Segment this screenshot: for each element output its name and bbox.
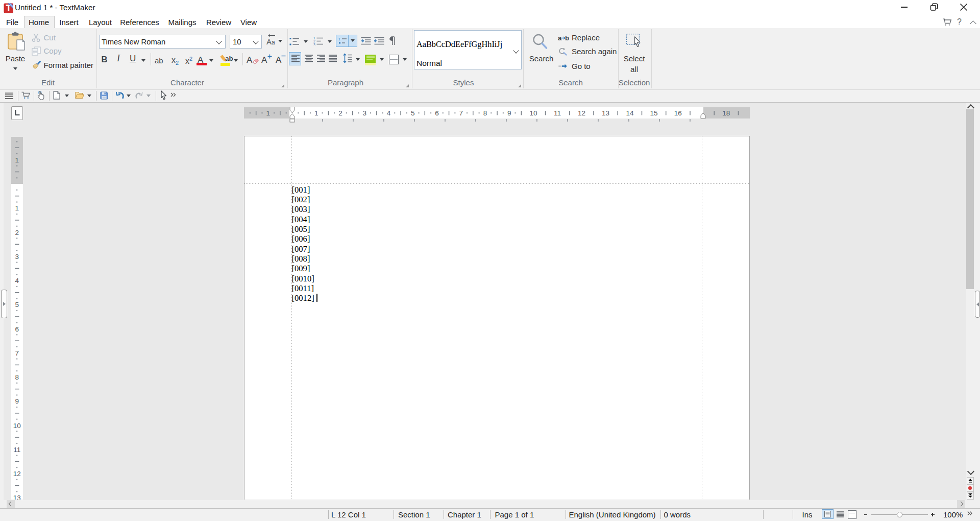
svg-text:12: 12	[577, 109, 585, 117]
svg-text:11: 11	[554, 109, 561, 117]
svg-text:1: 1	[338, 37, 340, 40]
svg-text:12: 12	[13, 470, 21, 478]
svg-text:7: 7	[459, 109, 463, 117]
svg-text:4: 4	[386, 109, 390, 117]
svg-text:14: 14	[626, 109, 634, 117]
svg-text:3: 3	[15, 252, 19, 260]
svg-text:9: 9	[15, 397, 19, 405]
svg-text:11: 11	[13, 445, 20, 453]
svg-text:13: 13	[602, 109, 609, 117]
svg-text:4: 4	[15, 277, 19, 285]
svg-text:10: 10	[529, 109, 537, 117]
svg-text:9: 9	[507, 109, 511, 117]
svg-text:16: 16	[674, 109, 681, 117]
svg-text:13: 13	[13, 494, 21, 500]
svg-text:6: 6	[15, 325, 19, 333]
svg-text:10: 10	[13, 421, 21, 429]
svg-text:5: 5	[15, 301, 19, 309]
svg-text:3: 3	[362, 109, 366, 117]
svg-text:2: 2	[15, 228, 19, 236]
svg-text:7: 7	[15, 349, 19, 357]
svg-text:2: 2	[338, 109, 342, 117]
svg-text:18: 18	[722, 109, 730, 117]
svg-text:5: 5	[410, 109, 414, 117]
svg-text:1: 1	[314, 109, 318, 117]
svg-text:8: 8	[15, 373, 19, 381]
svg-text:1: 1	[15, 156, 19, 163]
svg-text:15: 15	[650, 109, 657, 117]
svg-text:8: 8	[483, 109, 487, 117]
svg-text:3: 3	[313, 42, 315, 45]
svg-text:6: 6	[435, 109, 439, 117]
svg-text:1: 1	[15, 204, 19, 212]
svg-text:1: 1	[266, 109, 270, 117]
svg-text:...: ...	[55, 96, 57, 99]
